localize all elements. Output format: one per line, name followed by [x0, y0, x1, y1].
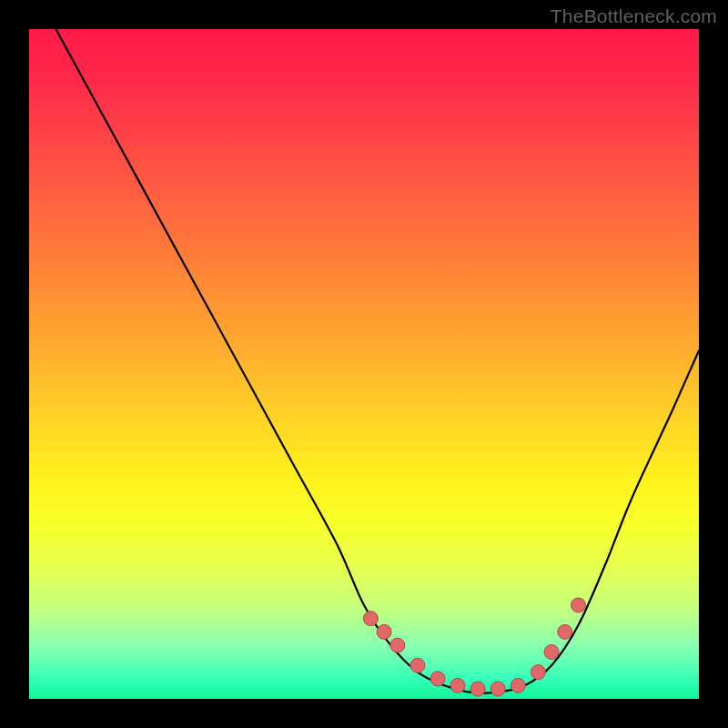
highlight-dot [544, 645, 559, 660]
highlight-dot [490, 682, 505, 696]
highlight-dot [450, 678, 465, 693]
chart-stage: TheBottleneck.com [0, 0, 728, 728]
highlight-dot [377, 624, 391, 639]
highlight-dot [410, 658, 425, 672]
highlight-dot [390, 638, 405, 652]
highlight-dot [430, 672, 445, 686]
highlight-dot [511, 678, 525, 693]
highlight-dot [363, 612, 378, 626]
highlight-dot [558, 624, 572, 639]
plot-area [29, 29, 699, 699]
highlight-dot [531, 665, 545, 680]
curve-svg [29, 29, 699, 699]
bottleneck-curve-path [56, 29, 699, 693]
highlight-dot [571, 598, 586, 612]
watermark-text: TheBottleneck.com [551, 5, 717, 27]
highlight-dot [470, 682, 485, 696]
highlight-dots-group [363, 598, 585, 696]
